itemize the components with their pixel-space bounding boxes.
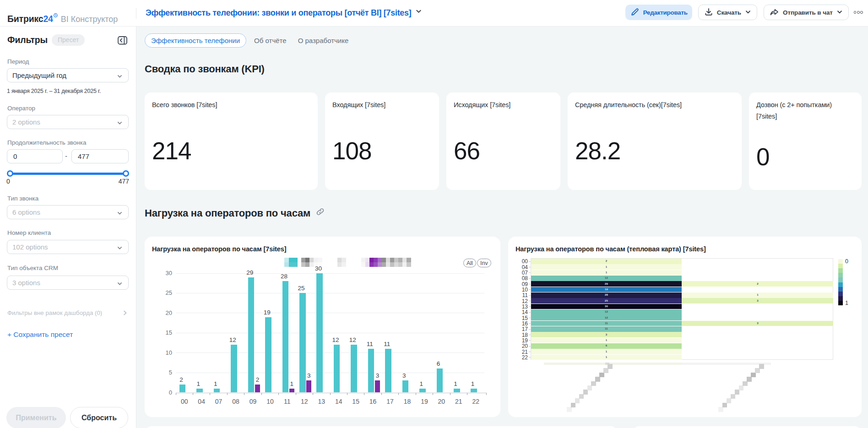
download-button[interactable]: Скачать (698, 5, 757, 20)
blurred-x-label (735, 390, 740, 395)
slider-handle-min[interactable] (7, 170, 13, 177)
heatmap-row-tick (529, 284, 531, 284)
edit-button[interactable]: Редактировать (625, 5, 692, 20)
bar-series1 (316, 273, 323, 392)
heatmap-row-tick (529, 301, 531, 301)
collapse-sidebar-icon[interactable] (118, 36, 128, 45)
gridline (176, 333, 484, 333)
heatmap-row-tick (529, 335, 531, 335)
slider-max-label: 477 (119, 178, 129, 185)
reset-button[interactable]: Сбросить (70, 407, 128, 428)
tab-report[interactable]: Эффективность телефонии (145, 33, 246, 48)
send-to-chat-button[interactable]: Отправить в чат (764, 5, 849, 20)
next-card-left (145, 426, 618, 428)
slider-handle-max[interactable] (123, 170, 129, 177)
zoom-strip (544, 363, 682, 365)
save-preset-link[interactable]: + Сохранить пресет (7, 330, 73, 339)
tab-about-report[interactable]: Об отчёте (254, 33, 287, 48)
bar-value-label: 3 (368, 372, 387, 379)
gridline (176, 313, 484, 313)
x-axis-tick (244, 393, 244, 395)
bar-value-label: 2 (172, 376, 191, 383)
bar-value-label: 30 (309, 265, 328, 272)
blurred-x-label (727, 398, 732, 403)
bar-value-label: 6 (429, 360, 448, 367)
logo-24: 24 (43, 14, 53, 24)
heatmap-cell-value: 2 (706, 282, 809, 285)
tab-about-developer[interactable]: О разработчике (298, 33, 349, 48)
call-type-select[interactable]: 6 options (7, 205, 129, 219)
outer-filters-row[interactable]: Фильтры вне рамок дашборда (0) (7, 309, 129, 316)
x-axis-label: 14 (329, 398, 348, 405)
bar-value-label: 1 (282, 380, 301, 387)
bar-series1 (351, 345, 357, 392)
operator-label: Оператор (7, 105, 35, 112)
duration-max-input[interactable]: 477 (71, 149, 129, 163)
load-section-title: Нагрузка на операторов по часам (145, 207, 325, 219)
heatmap-cell-value: 1 (555, 271, 658, 274)
blurred-x-label (591, 381, 596, 386)
heatmap-row-tick (529, 272, 531, 273)
bar-series1 (248, 277, 255, 393)
bar-value-label: 19 (257, 309, 277, 316)
blurred-x-label (731, 394, 736, 399)
bar-value-label: 3 (299, 372, 319, 379)
blurred-x-label (603, 368, 608, 373)
heatmap-row-tick (529, 261, 531, 262)
bar-value-label: 1 (206, 380, 225, 387)
zoom-strip (682, 363, 771, 365)
x-axis-tick (433, 393, 433, 395)
heatmap-row-tick (529, 278, 531, 279)
bar-value-label: 11 (377, 341, 396, 347)
crm-type-select[interactable]: 3 options (7, 276, 129, 290)
x-axis-label: 07 (209, 398, 228, 405)
x-axis-tick (416, 393, 416, 395)
report-title[interactable]: Эффективность телефонии: звонки и операт… (146, 7, 422, 18)
y-axis-label: 10 (157, 349, 172, 356)
bitrix24-logo[interactable]: Битрикс24BI Конструктор (7, 9, 118, 24)
blurred-x-label (575, 398, 580, 403)
bar-value-label: 1 (463, 380, 482, 387)
heatmap-plot: 0020410710812092921019112811225313301412… (508, 237, 862, 417)
bar-series1 (454, 389, 460, 393)
x-axis-tick (296, 393, 296, 395)
more-menu-button[interactable] (853, 5, 863, 20)
x-axis-tick (193, 393, 193, 395)
heatmap-cell-value: 28 (555, 293, 658, 297)
client-number-select[interactable]: 102 options (7, 240, 129, 254)
colorbar-segment (838, 296, 843, 301)
duration-slider[interactable] (7, 172, 129, 175)
colorbar-segment (838, 264, 843, 269)
period-select[interactable]: Предыдущий год (7, 68, 129, 82)
heatmap-cell-value: 11 (555, 321, 658, 325)
bar-series1 (231, 345, 237, 392)
kpi-card: Всего звонков [7sites]214 (145, 92, 318, 190)
heatmap-row-tick (529, 352, 531, 352)
heatmap-row-tick (529, 346, 531, 347)
bar-series2 (289, 389, 294, 393)
kpi-card-value: 214 (152, 137, 191, 165)
x-axis-label: 21 (449, 398, 468, 405)
x-axis-label: 20 (432, 398, 451, 405)
blurred-x-label (718, 407, 723, 412)
share-icon (770, 7, 779, 18)
operator-select[interactable]: 2 options (7, 115, 129, 129)
heatmap-cell-value: 30 (555, 304, 658, 308)
logo-suffix: BI Конструктор (61, 15, 118, 24)
heatmap-row-tick (529, 306, 531, 307)
kpi-card: Входящих [7sites]108 (325, 92, 439, 190)
bar-series1 (385, 349, 391, 393)
x-axis-label: 15 (346, 398, 365, 405)
apply-button[interactable]: Применить (6, 407, 66, 428)
x-axis-tick (278, 393, 279, 395)
kpi-card-value: 66 (454, 137, 480, 165)
kpi-card: Средняя длительность (сек)[7sites]28.2 (568, 92, 742, 190)
duration-min-input[interactable]: 0 (7, 149, 63, 163)
kpi-card-value: 0 (756, 143, 769, 171)
charts-row: Нагрузка на операторов по часам [7sites]… (145, 237, 862, 417)
gridline (176, 293, 484, 293)
heatmap-cell-value: 6 (555, 344, 658, 347)
top-bar: Битрикс24BI Конструктор Эффективность те… (0, 0, 868, 27)
heatmap-cell-value: 3 (555, 333, 658, 336)
bi-dashboard: Битрикс24BI Конструктор Эффективность те… (0, 0, 868, 428)
